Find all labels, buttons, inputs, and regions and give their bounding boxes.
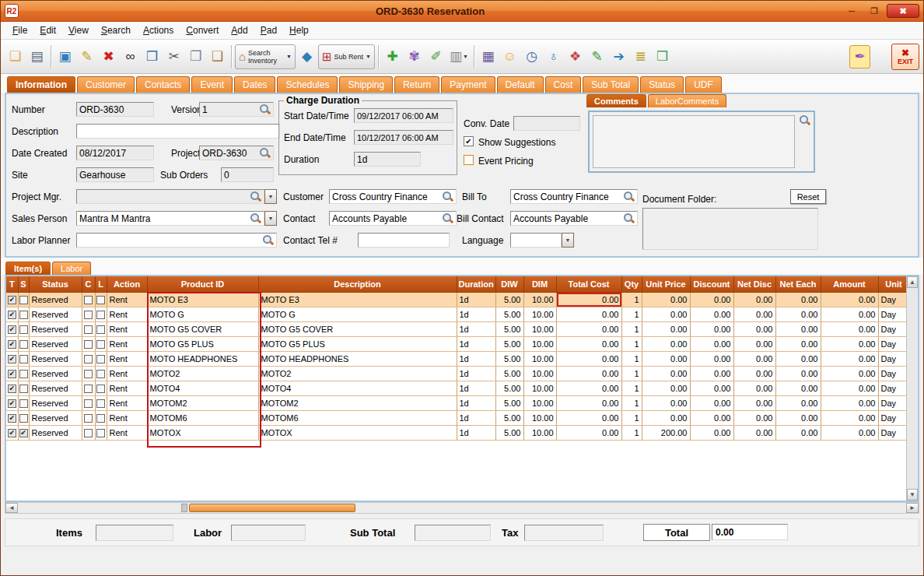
print-icon[interactable]: ▤ <box>26 45 47 68</box>
s-checkbox[interactable] <box>19 414 28 423</box>
itemtab-item-s[interactable]: Item(s) <box>5 262 51 275</box>
bill-contact-field[interactable]: Accounts Payable <box>510 211 638 226</box>
notes-icon[interactable]: ✐ <box>425 45 446 68</box>
supplier-icon[interactable]: ◆ <box>296 45 317 68</box>
commtab-laborcomments[interactable]: LaborComments <box>648 94 726 107</box>
col-header-net_disc[interactable]: Net Disc <box>733 276 775 292</box>
sales-person-field[interactable]: Mantra M Mantra <box>76 211 264 226</box>
number-field[interactable]: ORD-3630 <box>76 102 154 117</box>
crystal-report-icon[interactable]: ❖ <box>565 45 586 68</box>
col-header-unit_price[interactable]: Unit Price <box>642 276 690 292</box>
c-checkbox[interactable] <box>84 355 93 364</box>
report-icon[interactable]: ▦ <box>478 45 499 68</box>
table-row-moto-e3[interactable]: ✔ReservedRentMOTO E3MOTO E31d5.0010.000.… <box>6 292 909 307</box>
menu-search[interactable]: Search <box>96 23 136 37</box>
group-items-icon[interactable]: ✾ <box>404 45 425 68</box>
l-checkbox[interactable] <box>96 355 105 364</box>
tab-dates[interactable]: Dates <box>234 76 275 93</box>
tab-information[interactable]: Information <box>7 76 75 93</box>
menu-edit[interactable]: Edit <box>34 23 61 37</box>
table-row-moto-g5-plus[interactable]: ✔ReservedRentMOTO G5 PLUSMOTO G5 PLUS1d5… <box>6 336 909 351</box>
s-checkbox[interactable] <box>19 325 28 334</box>
vertical-scrollbar[interactable]: ▲ ▼ <box>906 276 918 500</box>
s-checkbox[interactable] <box>19 399 28 408</box>
t-checkbox[interactable]: ✔ <box>8 399 16 408</box>
scroll-up-button[interactable]: ▲ <box>907 276 918 288</box>
c-checkbox[interactable] <box>84 399 93 408</box>
menu-view[interactable]: View <box>63 23 94 37</box>
batch-icon[interactable]: ▥▼ <box>447 45 471 68</box>
col-header-c[interactable]: C <box>82 276 95 292</box>
globe-icon[interactable]: ♁ <box>543 45 564 68</box>
t-checkbox[interactable]: ✔ <box>8 325 16 334</box>
col-header-l[interactable]: L <box>95 276 107 292</box>
col-header-product_id[interactable]: Product ID <box>147 276 258 292</box>
new-document-icon[interactable]: ❏ <box>5 45 26 68</box>
horizontal-scrollbar[interactable]: ◄ ► <box>5 502 919 514</box>
t-checkbox[interactable]: ✔ <box>8 311 16 319</box>
table-row-motom2[interactable]: ✔ReservedRentMOTOM2MOTOM21d5.0010.000.00… <box>6 395 909 410</box>
s-checkbox[interactable] <box>19 296 28 304</box>
paste-icon[interactable]: ❑ <box>207 45 228 68</box>
col-header-diw[interactable]: DIW <box>495 276 523 292</box>
version-search-icon[interactable] <box>260 104 271 115</box>
document-folder-box[interactable] <box>642 208 818 250</box>
tab-payment[interactable]: Payment <box>441 76 495 93</box>
sub-rent-button[interactable]: ⊞Sub Rent▼ <box>318 44 375 69</box>
c-checkbox[interactable] <box>84 429 93 437</box>
t-checkbox[interactable]: ✔ <box>8 340 16 349</box>
s-checkbox[interactable] <box>19 355 28 364</box>
customer-service-icon[interactable]: ☺ <box>499 45 520 68</box>
s-checkbox[interactable] <box>19 370 28 378</box>
time-icon[interactable]: ◷ <box>521 45 542 68</box>
t-checkbox[interactable]: ✔ <box>8 429 16 437</box>
document-find-icon[interactable]: ❒ <box>142 45 163 68</box>
menu-pad[interactable]: Pad <box>255 23 282 37</box>
wand-icon[interactable]: ✒ <box>849 45 870 68</box>
col-header-action[interactable]: Action <box>107 276 147 292</box>
tab-return[interactable]: Return <box>394 76 439 93</box>
col-header-unit[interactable]: Unit <box>878 276 909 292</box>
labor-planner-search-icon[interactable] <box>263 235 274 246</box>
c-checkbox[interactable] <box>84 296 93 304</box>
l-checkbox[interactable] <box>96 311 105 319</box>
t-checkbox[interactable]: ✔ <box>8 296 16 304</box>
close-button[interactable]: ✖ <box>887 4 919 18</box>
edit-report-icon[interactable]: ✎ <box>586 45 607 68</box>
table-row-moto-g[interactable]: ✔ReservedRentMOTO GMOTO G1d5.0010.000.00… <box>6 307 909 321</box>
search-inventory-button[interactable]: ⌂Search Inventory▼ <box>235 44 296 69</box>
scrollbar-thumb[interactable] <box>189 504 355 512</box>
project-mgr-search-icon[interactable] <box>250 191 261 202</box>
menu-convert[interactable]: Convert <box>180 23 224 37</box>
sales-person-dropdown-icon[interactable]: ▼ <box>264 211 277 226</box>
scroll-down-button[interactable]: ▼ <box>907 489 918 500</box>
t-checkbox[interactable]: ✔ <box>8 385 16 393</box>
project-field[interactable]: ORD-3630 <box>199 146 274 160</box>
l-checkbox[interactable] <box>96 414 105 423</box>
export-icon[interactable]: ➔ <box>608 45 629 68</box>
contact-search-icon[interactable] <box>443 213 453 224</box>
col-header-s[interactable]: S <box>18 276 29 292</box>
contact-field[interactable]: Accounts Payable <box>329 211 457 226</box>
c-checkbox[interactable] <box>84 414 93 423</box>
l-checkbox[interactable] <box>96 325 105 334</box>
sub-orders-field[interactable]: 0 <box>221 167 274 182</box>
t-checkbox[interactable]: ✔ <box>8 370 16 378</box>
scroll-left-button[interactable]: ◄ <box>5 503 18 513</box>
description-field[interactable] <box>76 124 280 139</box>
c-checkbox[interactable] <box>84 325 93 334</box>
tab-udf[interactable]: UDF <box>685 76 722 93</box>
menu-add[interactable]: Add <box>226 23 253 37</box>
l-checkbox[interactable] <box>96 385 105 393</box>
l-checkbox[interactable] <box>96 370 105 378</box>
menu-file[interactable]: File <box>7 23 33 37</box>
save-icon[interactable]: ▣ <box>54 45 75 68</box>
s-checkbox[interactable] <box>19 385 28 393</box>
package-icon[interactable]: ❒ <box>652 45 673 68</box>
table-row-moto4[interactable]: ✔ReservedRentMOTO4MOTO41d5.0010.000.0010… <box>6 381 909 395</box>
col-header-net_each[interactable]: Net Each <box>775 276 821 292</box>
date-created-field[interactable]: 08/12/2017 <box>76 146 154 160</box>
t-checkbox[interactable]: ✔ <box>8 414 16 423</box>
tab-schedules[interactable]: Schedules <box>277 76 338 93</box>
table-row-moto-g5-cover[interactable]: ✔ReservedRentMOTO G5 COVERMOTO G5 COVER1… <box>6 321 909 336</box>
